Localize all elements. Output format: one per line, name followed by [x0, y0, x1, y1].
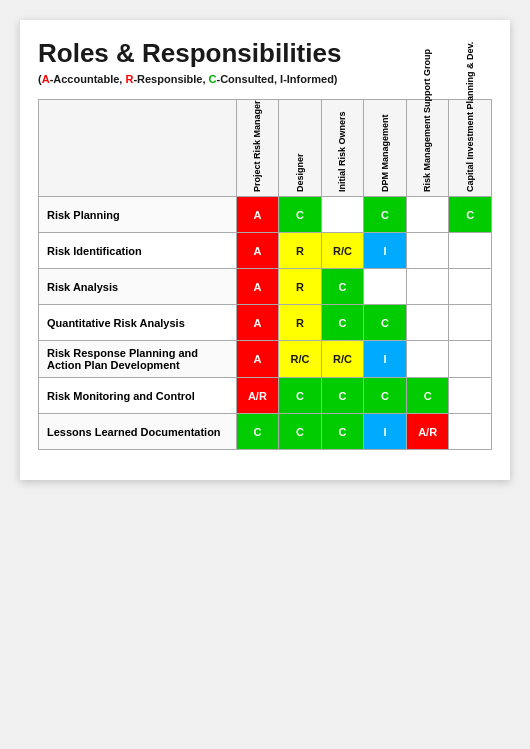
cell-r0-c2 — [321, 197, 364, 233]
col-label-0: Project Risk Manager — [252, 102, 263, 192]
cell-r6-c0: C — [236, 414, 279, 450]
table-row: Risk IdentificationARR/CI — [39, 233, 492, 269]
col-header-2: Initial Risk Owners — [321, 100, 364, 197]
col-label-1: Designer — [295, 102, 306, 192]
cell-r1-c3: I — [364, 233, 407, 269]
table-row: Risk PlanningACCC — [39, 197, 492, 233]
col-header-4: Risk Management Support Group — [406, 100, 449, 197]
cell-r1-c5 — [449, 233, 492, 269]
cell-r2-c4 — [406, 269, 449, 305]
col-header-1: Designer — [279, 100, 322, 197]
table-row: Lessons Learned DocumentationCCCIA/R — [39, 414, 492, 450]
cell-r4-c0: A — [236, 341, 279, 378]
cell-r2-c0: A — [236, 269, 279, 305]
table-row: Risk AnalysisARC — [39, 269, 492, 305]
legend-r: R — [125, 73, 133, 85]
cell-r2-c3 — [364, 269, 407, 305]
table-row: Risk Monitoring and ControlA/RCCCC — [39, 378, 492, 414]
cell-r4-c4 — [406, 341, 449, 378]
legend-i: I — [280, 73, 283, 85]
col-header-3: DPM Management — [364, 100, 407, 197]
cell-r0-c3: C — [364, 197, 407, 233]
col-label-2: Initial Risk Owners — [337, 102, 348, 192]
row-label-5: Risk Monitoring and Control — [39, 378, 237, 414]
cell-r3-c3: C — [364, 305, 407, 341]
cell-r3-c0: A — [236, 305, 279, 341]
row-label-1: Risk Identification — [39, 233, 237, 269]
cell-r2-c1: R — [279, 269, 322, 305]
cell-r2-c5 — [449, 269, 492, 305]
legend-a: A — [42, 73, 50, 85]
col-header-5: Capital Investment Planning & Dev. — [449, 100, 492, 197]
page-container: Roles & Responsibilities (A-Accountable,… — [20, 20, 510, 480]
row-label-4: Risk Response Planning and Action Plan D… — [39, 341, 237, 378]
cell-r5-c4: C — [406, 378, 449, 414]
cell-r4-c5 — [449, 341, 492, 378]
cell-r6-c5 — [449, 414, 492, 450]
table-row: Risk Response Planning and Action Plan D… — [39, 341, 492, 378]
row-label-3: Quantitative Risk Analysis — [39, 305, 237, 341]
cell-r5-c1: C — [279, 378, 322, 414]
cell-r0-c4 — [406, 197, 449, 233]
cell-r6-c4: A/R — [406, 414, 449, 450]
row-label-6: Lessons Learned Documentation — [39, 414, 237, 450]
col-label-3: DPM Management — [380, 102, 391, 192]
col-label-5: Capital Investment Planning & Dev. — [465, 102, 476, 192]
row-label-0: Risk Planning — [39, 197, 237, 233]
cell-r2-c2: C — [321, 269, 364, 305]
cell-r1-c1: R — [279, 233, 322, 269]
cell-r5-c3: C — [364, 378, 407, 414]
empty-header — [39, 100, 237, 197]
cell-r3-c4 — [406, 305, 449, 341]
cell-r6-c2: C — [321, 414, 364, 450]
cell-r5-c0: A/R — [236, 378, 279, 414]
cell-r3-c5 — [449, 305, 492, 341]
cell-r6-c3: I — [364, 414, 407, 450]
cell-r3-c1: R — [279, 305, 322, 341]
col-label-4: Risk Management Support Group — [422, 102, 433, 192]
cell-r4-c2: R/C — [321, 341, 364, 378]
cell-r3-c2: C — [321, 305, 364, 341]
cell-r5-c2: C — [321, 378, 364, 414]
legend-c: C — [209, 73, 217, 85]
cell-r1-c2: R/C — [321, 233, 364, 269]
raci-table: Project Risk Manager Designer Initial Ri… — [38, 99, 492, 450]
cell-r4-c3: I — [364, 341, 407, 378]
cell-r6-c1: C — [279, 414, 322, 450]
col-header-0: Project Risk Manager — [236, 100, 279, 197]
table-row: Quantitative Risk AnalysisARCC — [39, 305, 492, 341]
cell-r1-c4 — [406, 233, 449, 269]
cell-r5-c5 — [449, 378, 492, 414]
cell-r4-c1: R/C — [279, 341, 322, 378]
cell-r0-c5: C — [449, 197, 492, 233]
cell-r1-c0: A — [236, 233, 279, 269]
row-label-2: Risk Analysis — [39, 269, 237, 305]
cell-r0-c1: C — [279, 197, 322, 233]
cell-r0-c0: A — [236, 197, 279, 233]
